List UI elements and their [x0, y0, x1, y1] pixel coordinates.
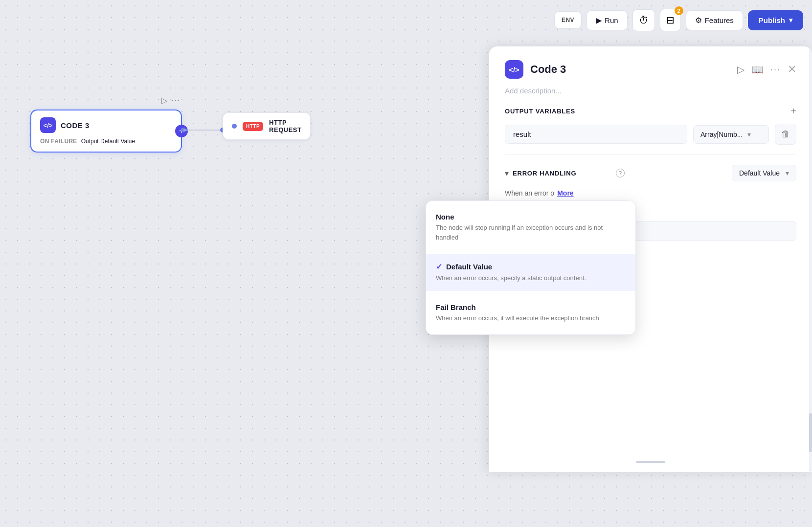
features-button[interactable]: ⚙ Features	[686, 10, 743, 30]
connector	[183, 130, 223, 131]
error-handling-dropdown: None The node will stop running if an ex…	[426, 200, 636, 335]
panel-header: </> Code 3 ▷ 📖 ··· ✕	[505, 60, 796, 79]
divider	[505, 154, 796, 155]
output-variables-title: OUTPUT VARIABLES	[505, 108, 575, 115]
node-title: CODE 3	[61, 121, 90, 130]
node-controls: ▷ ···	[30, 95, 182, 106]
panel-run-btn[interactable]: ▷	[737, 64, 744, 75]
http-badge: HTTP	[243, 122, 263, 131]
panel-book-btn[interactable]: 📖	[751, 64, 764, 75]
output-name[interactable]: result	[505, 125, 687, 144]
dropdown-default-title: Default Value	[446, 263, 492, 271]
history-button[interactable]: ⏱	[632, 9, 655, 31]
help-icon[interactable]: ?	[616, 169, 625, 177]
trash-icon: 🗑	[781, 129, 790, 139]
output-variables-section: OUTPUT VARIABLES +	[505, 106, 796, 117]
panel-title: Code 3	[530, 63, 730, 76]
http-request-node[interactable]: HTTP HTTP REQUEST	[223, 112, 311, 140]
check-icon: ✓	[436, 262, 442, 271]
error-handling-label: Default Value	[739, 169, 780, 177]
dropdown-item-none[interactable]: None The node will stop running if an ex…	[426, 205, 635, 250]
panel-close-btn[interactable]: ✕	[788, 63, 796, 76]
node-footer: ON FAILURE Output Default Value	[40, 138, 172, 145]
chevron-down-icon: ▾	[786, 169, 789, 177]
panel-more-btn[interactable]: ···	[770, 65, 781, 75]
panel-actions: ▷ 📖 ··· ✕	[737, 63, 796, 76]
dropdown-item-fail[interactable]: Fail Branch When an error occurs, it wil…	[426, 295, 635, 331]
env-button[interactable]: ENV	[554, 11, 582, 29]
code-icon: </>	[40, 117, 56, 133]
dropdown-divider-2	[426, 293, 635, 293]
dropdown-default-desc: When an error occurs, specify a static o…	[436, 273, 626, 283]
http-node-dot	[232, 124, 237, 129]
error-handling-select[interactable]: Default Value ▾	[732, 165, 796, 181]
features-label: Features	[705, 16, 734, 24]
error-desc-text: When an error o	[505, 188, 554, 198]
publish-button[interactable]: Publish ▾	[748, 10, 803, 30]
connector-line	[183, 130, 223, 131]
dropdown-fail-desc: When an error occurs, it will execute th…	[436, 313, 626, 323]
http-label: HTTP REQUEST	[269, 119, 301, 133]
panel-icon: </>	[505, 60, 523, 79]
output-add-btn[interactable]: +	[790, 106, 796, 117]
panel-scroll-indicator	[636, 461, 665, 463]
code3-node[interactable]: </> CODE 3 ON FAILURE Output Default Val…	[30, 110, 182, 153]
dropdown-divider-1	[426, 252, 635, 252]
dropdown-none-title: None	[436, 213, 454, 221]
chevron-down-icon: ▾	[789, 16, 792, 24]
node-failure-label: ON FAILURE	[40, 138, 77, 145]
publish-label: Publish	[759, 16, 785, 24]
output-type-label: Array[Numb...	[700, 131, 743, 138]
error-section-toggle[interactable]: ▾	[505, 169, 509, 178]
panel-scrollbar-thumb	[809, 413, 812, 452]
node-run-btn[interactable]: ▷	[161, 96, 167, 105]
dropdown-item-default[interactable]: ✓ Default Value When an error occurs, sp…	[426, 254, 635, 291]
dropdown-fail-title: Fail Branch	[436, 303, 476, 311]
run-button[interactable]: ▶ Run	[586, 10, 628, 30]
node-more-btn[interactable]: ···	[171, 95, 180, 106]
versions-button[interactable]: ⊟ 2	[660, 9, 681, 31]
panel-scrollbar[interactable]	[809, 46, 812, 472]
delete-output-btn[interactable]: 🗑	[775, 124, 796, 145]
node-header: </> CODE 3	[40, 117, 172, 133]
code3-node-container: ▷ ··· </> CODE 3 ON FAILURE Output Defau…	[30, 95, 182, 153]
dropdown-none-desc: The node will stop running if an excepti…	[436, 223, 626, 242]
env-label: ENV	[562, 17, 574, 23]
features-icon: ⚙	[695, 16, 702, 25]
dropdown-none-header: None	[436, 213, 626, 221]
output-row: result Array[Numb... ▾ 🗑	[505, 124, 796, 145]
dropdown-fail-header: Fail Branch	[436, 303, 626, 311]
panel-description[interactable]: Add description...	[505, 87, 796, 95]
node-failure-value: Output Default Value	[81, 138, 135, 145]
badge-count: 2	[675, 6, 683, 15]
chevron-icon: ▾	[747, 131, 751, 138]
clock-icon: ⏱	[639, 15, 649, 26]
output-type-select[interactable]: Array[Numb... ▾	[693, 125, 769, 144]
more-link[interactable]: More	[557, 188, 573, 198]
dropdown-default-header: ✓ Default Value	[436, 262, 626, 271]
toolbar: ENV ▶ Run ⏱ ⊟ 2 ⚙ Features Publish ▾	[554, 9, 803, 31]
error-section-title: ERROR HANDLING	[513, 170, 612, 177]
error-handling-section-header: ▾ ERROR HANDLING ? Default Value ▾	[505, 165, 796, 181]
layers-icon: ⊟	[666, 14, 675, 26]
run-play-icon: ▶	[596, 16, 602, 25]
run-label: Run	[605, 16, 618, 24]
